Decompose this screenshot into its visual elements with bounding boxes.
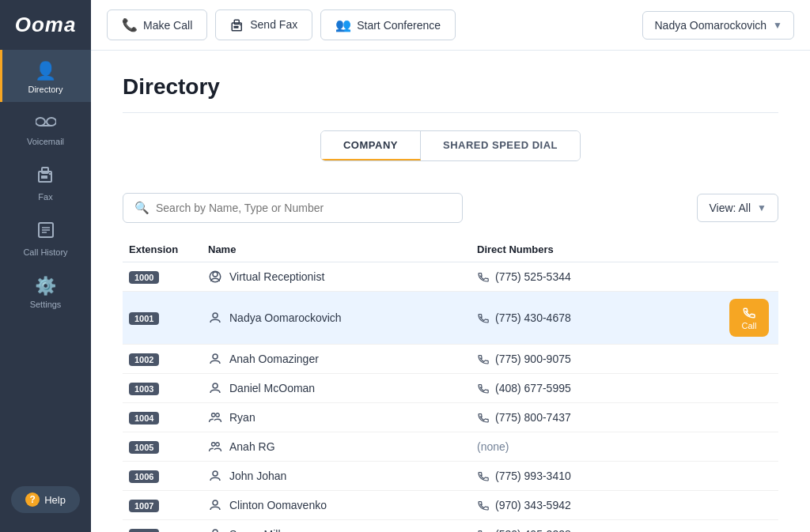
app-logo: Ooma	[0, 0, 91, 50]
svg-point-22	[212, 443, 216, 447]
send-fax-label: Send Fax	[250, 18, 297, 31]
table-row[interactable]: 1008Susan Mills (530) 405-2228	[123, 520, 778, 533]
phone-cell: (970) 343-5942	[471, 491, 778, 520]
ext-badge: 1005	[129, 441, 159, 454]
svg-point-0	[36, 118, 45, 126]
ext-badge: 1004	[129, 412, 159, 424]
phone-number: (775) 900-9075	[495, 353, 571, 365]
sidebar-item-voicemail[interactable]: Voicemail	[0, 102, 91, 154]
phone-cell: (775) 900-9075	[471, 345, 778, 374]
fax-icon	[36, 165, 55, 189]
sidebar-item-call-history[interactable]: Call History	[0, 209, 91, 265]
person-name: Daniel McOoman	[229, 382, 315, 394]
send-fax-button[interactable]: Send Fax	[215, 9, 312, 40]
phone-cell: (775) 525-5344	[471, 262, 778, 292]
call-button[interactable]: Call	[729, 299, 769, 337]
call-history-icon	[36, 221, 55, 244]
phone-icon	[477, 470, 490, 482]
ext-cell: 1007	[123, 491, 202, 520]
make-call-icon: 📞	[122, 17, 138, 32]
page-title: Directory	[123, 74, 778, 100]
svg-point-21	[216, 413, 220, 417]
help-icon: ?	[25, 492, 40, 507]
person-name: Susan Mills	[229, 528, 286, 532]
search-icon: 🔍	[134, 201, 150, 215]
phone-cell-inner: (775) 430-4678	[477, 311, 571, 324]
call-phone-icon	[742, 305, 756, 319]
phone-number: (408) 677-5995	[495, 382, 571, 394]
start-conference-icon: 👥	[335, 17, 351, 32]
ext-cell: 1004	[123, 403, 202, 432]
sidebar-item-label-settings: Settings	[30, 300, 62, 309]
ext-cell: 1001	[123, 292, 202, 345]
start-conference-button[interactable]: 👥 Start Conference	[320, 9, 456, 40]
table-row[interactable]: 1005Anah RG(none)	[123, 432, 778, 462]
dropdown-arrow-icon: ▼	[773, 20, 782, 31]
call-btn-label: Call	[742, 321, 757, 330]
svg-point-1	[47, 118, 56, 126]
svg-point-14	[240, 24, 241, 25]
sidebar-item-fax[interactable]: Fax	[0, 154, 91, 209]
name-cell: John Johan	[202, 462, 471, 491]
svg-point-25	[213, 500, 218, 505]
tab-company[interactable]: COMPANY	[321, 131, 421, 160]
phone-number: (775) 800-7437	[495, 411, 571, 424]
name-cell: Ryan	[202, 403, 471, 432]
directory-table: Extension Name Direct Numbers 1000Virtua…	[123, 237, 778, 532]
phone-icon	[477, 411, 490, 424]
table-row[interactable]: 1003Daniel McOoman (408) 677-5995	[123, 374, 778, 403]
person-name: Ryan	[229, 411, 255, 424]
phone-number: (775) 430-4678	[495, 311, 571, 324]
table-row[interactable]: 1001Nadya Oomarockovich(775) 430-4678Cal…	[123, 292, 778, 345]
phone-number: (775) 993-3410	[495, 470, 571, 482]
help-label: Help	[44, 494, 66, 506]
phone-cell: (775) 430-4678Call	[471, 292, 778, 345]
send-fax-icon	[230, 17, 244, 32]
table-row[interactable]: 1006John Johan (775) 993-3410	[123, 462, 778, 491]
search-row: 🔍 View: All ▼	[123, 193, 778, 223]
help-button[interactable]: ? Help	[11, 486, 80, 513]
name-cell: Nadya Oomarockovich	[202, 292, 471, 345]
phone-number: (775) 525-5344	[495, 270, 571, 283]
ext-cell: 1008	[123, 520, 202, 533]
sidebar-item-directory[interactable]: 👤 Directory	[0, 50, 91, 102]
person-name: John Johan	[229, 470, 286, 482]
make-call-button[interactable]: 📞 Make Call	[107, 9, 207, 40]
user-menu[interactable]: Nadya Oomarockovich ▼	[642, 11, 794, 40]
topbar: 📞 Make Call Send Fax 👥 Start Conference …	[91, 0, 810, 51]
svg-point-6	[48, 173, 50, 175]
phone-icon	[477, 353, 490, 365]
table-row[interactable]: 1000Virtual Receptionist (775) 525-5344	[123, 262, 778, 292]
directory-tabs: COMPANY SHARED SPEED DIAL	[320, 130, 581, 161]
ext-badge: 1001	[129, 312, 159, 325]
table-row[interactable]: 1002Anah Oomazinger (775) 900-9075	[123, 345, 778, 374]
name-cell: Clinton Oomavenko	[202, 491, 471, 520]
ext-cell: 1003	[123, 374, 202, 403]
user-name: Nadya Oomarockovich	[654, 19, 766, 32]
voicemail-icon	[36, 113, 56, 134]
phone-icon	[477, 311, 490, 324]
phone-cell: (none)	[471, 432, 778, 462]
page-content: Directory COMPANY SHARED SPEED DIAL 🔍 Vi…	[91, 51, 810, 532]
phone-icon	[477, 499, 490, 511]
search-box[interactable]: 🔍	[123, 193, 463, 223]
ext-cell: 1006	[123, 462, 202, 491]
ext-badge: 1000	[129, 271, 159, 284]
phone-cell: (530) 405-2228	[471, 520, 778, 533]
person-name: Anah RG	[229, 440, 275, 453]
phone-cell: (775) 993-3410	[471, 462, 778, 491]
main-area: 📞 Make Call Send Fax 👥 Start Conference …	[91, 0, 810, 532]
svg-point-19	[213, 383, 218, 388]
phone-cell: (775) 800-7437	[471, 403, 778, 432]
phone-icon	[477, 382, 490, 394]
sidebar-item-settings[interactable]: ⚙️ Settings	[0, 265, 91, 317]
ext-badge: 1007	[129, 500, 159, 512]
view-dropdown[interactable]: View: All ▼	[697, 194, 778, 222]
search-input[interactable]	[156, 202, 451, 214]
sidebar-item-label-directory: Directory	[28, 85, 62, 94]
table-row[interactable]: 1004Ryan (775) 800-7437	[123, 403, 778, 432]
person-name: Virtual Receptionist	[229, 270, 324, 283]
table-row[interactable]: 1007Clinton Oomavenko (970) 343-5942	[123, 491, 778, 520]
tab-shared-speed-dial[interactable]: SHARED SPEED DIAL	[421, 131, 580, 160]
view-dropdown-arrow-icon: ▼	[757, 202, 766, 213]
